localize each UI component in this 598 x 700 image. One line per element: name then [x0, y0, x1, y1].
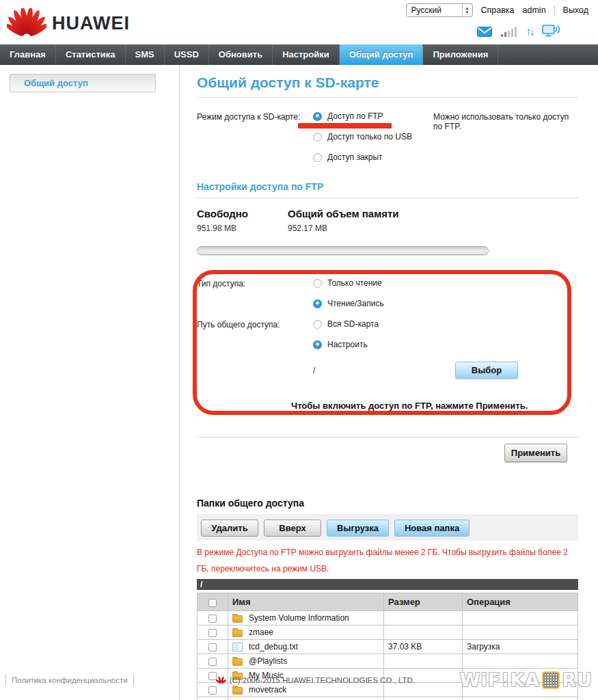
current-path-bar: /	[197, 579, 578, 590]
nav-tab[interactable]: Обновить	[209, 44, 273, 65]
radio-label: Только чтение	[327, 278, 382, 288]
toolbar-button-label: Выгрузка	[337, 523, 379, 533]
sidebar: Общий доступ	[0, 65, 179, 700]
file-name[interactable]: @Playlists	[249, 656, 287, 666]
nav-tab-label: Главная	[10, 49, 46, 59]
radio-option[interactable]: Доступ только по USB	[313, 132, 433, 142]
file-size	[384, 654, 463, 669]
nav-tab[interactable]: Настройки	[273, 44, 340, 65]
radio-icon[interactable]	[313, 299, 322, 308]
column-size: Размер	[384, 593, 463, 611]
toolbar-button[interactable]: Вверх	[264, 520, 321, 537]
huawei-logo: HUAWEI	[7, 8, 130, 38]
huawei-flower-icon-small	[216, 676, 226, 684]
toolbar-button-label: Удалить	[211, 523, 247, 533]
file-name[interactable]: System Volume Information	[249, 613, 349, 623]
file-type-icon	[232, 630, 243, 637]
file-type-icon	[232, 658, 243, 666]
radio-icon[interactable]	[313, 153, 322, 162]
privacy-link[interactable]: Политика конфиденциальности	[5, 675, 134, 686]
row-checkbox[interactable]	[208, 615, 217, 623]
ftp-size-warning: В режиме Доступа по FTP можно выгрузить …	[197, 544, 578, 577]
toolbar-button-label: Новая папка	[405, 523, 459, 533]
nav-tab[interactable]: SMS	[126, 44, 165, 65]
radio-option[interactable]: Вся SD-карта	[313, 319, 433, 329]
file-operation	[463, 625, 578, 640]
language-select[interactable]: Русский ▲▼	[406, 3, 473, 17]
file-operation	[463, 611, 578, 625]
share-path-label: Путь общего доступа:	[197, 319, 313, 360]
access-mode-label: Режим доступа к SD-карте:	[197, 111, 313, 173]
file-name[interactable]: tcd_debug.txt	[249, 642, 298, 651]
free-label: Свободно	[197, 208, 288, 219]
nav-tab[interactable]: USSD	[165, 44, 209, 65]
radio-icon[interactable]	[313, 340, 322, 349]
nav-tab-label: Статистика	[66, 49, 115, 59]
file-size	[384, 697, 463, 700]
nav-tab[interactable]: Статистика	[56, 44, 126, 65]
radio-option[interactable]: Настроить	[313, 340, 433, 349]
radio-label: Доступ только по USB	[327, 132, 412, 142]
select-stepper-icon: ▲▼	[462, 4, 472, 16]
files-table-header: Имя Размер Операция	[198, 593, 578, 611]
huawei-flower-icon	[7, 8, 46, 38]
updown-arrows-icon: ↑↓	[526, 27, 533, 37]
choose-button[interactable]: Выбор	[455, 362, 518, 379]
radio-option[interactable]: Доступ закрыт	[313, 152, 433, 162]
radio-label: Доступ по FTP	[327, 111, 383, 121]
table-row[interactable]: Photos	[198, 697, 578, 700]
wifika-logo-text2: RU	[562, 669, 593, 690]
apply-button[interactable]: Применить	[504, 444, 567, 462]
file-size: 37.03 KB	[384, 640, 463, 654]
file-operation: Загрузка	[463, 640, 578, 654]
nav-tab-label: Обновить	[219, 49, 262, 59]
row-checkbox[interactable]	[208, 643, 217, 651]
radio-icon[interactable]	[313, 133, 322, 142]
wifika-logo: WiF!KA RU	[460, 669, 593, 690]
access-mode-note: Можно использовать только доступ по FTP.	[433, 111, 578, 173]
radio-option[interactable]: Доступ по FTP	[313, 111, 433, 121]
row-checkbox[interactable]	[208, 629, 217, 637]
total-label: Общий объем памяти	[288, 208, 399, 219]
file-name[interactable]: zmaee	[249, 628, 273, 637]
toolbar-button[interactable]: Удалить	[201, 520, 258, 537]
file-size	[384, 625, 463, 640]
radio-icon[interactable]	[313, 279, 322, 288]
help-link[interactable]: Справка	[481, 5, 515, 15]
folders-heading: Папки общего доступа	[197, 498, 578, 515]
memory-info: Свободно 951.98 MB Общий объем памяти 95…	[197, 208, 578, 233]
sidebar-item-sharing[interactable]: Общий доступ	[10, 74, 156, 92]
table-row[interactable]: System Volume Information	[198, 611, 578, 625]
user-link[interactable]: admin	[523, 5, 546, 15]
table-row[interactable]: @Playlists	[198, 654, 578, 669]
wifika-logo-text1: WiF!KA	[460, 669, 541, 690]
nav-tab[interactable]: Главная	[0, 44, 56, 65]
radio-icon[interactable]	[313, 320, 322, 329]
storage-progress-bar	[197, 246, 489, 255]
nav-tab[interactable]: Приложения	[423, 44, 498, 65]
copyright: (C) 2006-2015 HUAWEI TECHNOLOGIES CO., L…	[216, 676, 415, 684]
main-nav: Главная Статистика SMS USSD Обновить Нас…	[0, 44, 598, 65]
select-all-checkbox[interactable]	[208, 599, 217, 607]
toolbar-button[interactable]: Новая папка	[394, 520, 470, 537]
file-type-icon	[232, 615, 243, 623]
access-mode-options: Доступ по FTP Доступ только по USB Досту…	[313, 111, 433, 173]
logout-link[interactable]: Выход	[554, 5, 588, 15]
signal-bars-icon	[501, 27, 517, 37]
language-select-value: Русский	[407, 5, 462, 15]
column-name: Имя	[228, 593, 384, 611]
radio-label: Доступ закрыт	[327, 152, 383, 162]
main-panel: Общий доступ к SD-карте Режим доступа к …	[179, 65, 598, 700]
footer: Политика конфиденциальности (C) 2006-201…	[0, 669, 598, 690]
row-checkbox[interactable]	[208, 658, 217, 666]
monitor-wifi-icon[interactable]	[542, 25, 560, 37]
radio-option[interactable]: Только чтение	[313, 278, 433, 288]
table-row[interactable]: tcd_debug.txt 37.03 KB Загрузка	[198, 640, 578, 654]
envelope-icon[interactable]	[477, 27, 492, 37]
table-row[interactable]: zmaee	[198, 625, 578, 640]
nav-tab[interactable]: Общий доступ	[340, 44, 424, 65]
radio-option[interactable]: Чтение/Запись	[313, 299, 433, 308]
radio-icon[interactable]	[313, 112, 322, 121]
access-mode-row: Режим доступа к SD-карте: Доступ по FTP …	[197, 111, 578, 173]
toolbar-button[interactable]: Выгрузка	[327, 520, 389, 537]
